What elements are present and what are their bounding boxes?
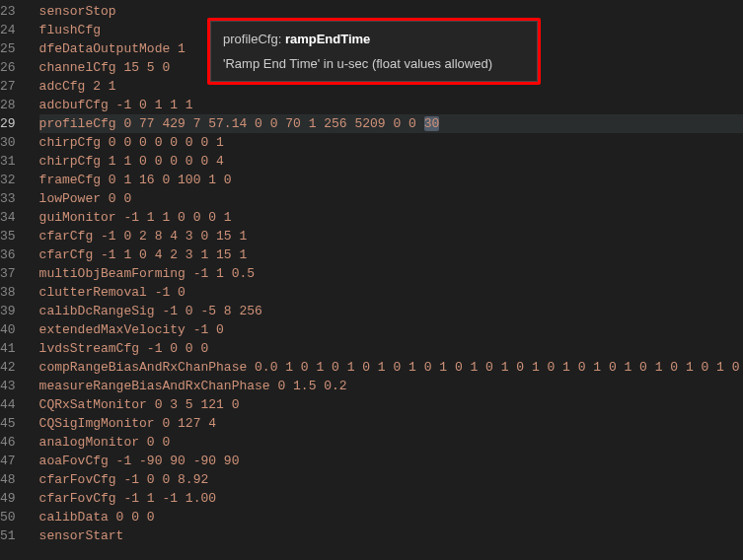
line-number: 24 bbox=[0, 21, 16, 39]
line-number: 28 bbox=[0, 96, 16, 114]
line-number: 51 bbox=[0, 526, 16, 545]
code-line[interactable]: profileCfg 0 77 429 7 57.14 0 0 70 1 256… bbox=[39, 114, 743, 133]
line-number: 31 bbox=[0, 152, 16, 171]
line-number: 45 bbox=[0, 414, 16, 433]
code-line[interactable]: adcbufCfg -1 0 1 1 1 bbox=[39, 96, 743, 114]
line-number: 26 bbox=[0, 58, 16, 77]
line-number: 50 bbox=[0, 508, 16, 526]
code-line[interactable]: calibData 0 0 0 bbox=[39, 508, 743, 526]
line-number: 23 bbox=[0, 2, 16, 21]
tooltip-prefix: profileCfg: bbox=[223, 32, 285, 46]
line-number: 25 bbox=[0, 39, 16, 58]
code-line[interactable]: multiObjBeamForming -1 1 0.5 bbox=[39, 264, 743, 283]
line-number: 46 bbox=[0, 433, 16, 452]
code-line[interactable]: frameCfg 0 1 16 0 100 1 0 bbox=[39, 171, 743, 189]
line-gutter: 2324252627282930313233343536373839404142… bbox=[0, 0, 28, 560]
selection-highlight: 30 bbox=[424, 116, 440, 131]
line-number: 42 bbox=[0, 358, 16, 377]
code-line[interactable]: compRangeBiasAndRxChanPhase 0.0 1 0 1 0 … bbox=[39, 358, 743, 377]
line-number: 29 bbox=[0, 114, 16, 133]
line-number: 48 bbox=[0, 470, 16, 489]
code-line[interactable]: sensorStart bbox=[39, 526, 743, 545]
line-number: 34 bbox=[0, 208, 16, 227]
code-line[interactable]: aoaFovCfg -1 -90 90 -90 90 bbox=[39, 452, 743, 470]
code-line[interactable]: cfarFovCfg -1 1 -1 1.00 bbox=[39, 489, 743, 508]
tooltip-description: 'Ramp End Time' in u-sec (float values a… bbox=[223, 56, 525, 71]
code-line[interactable]: analogMonitor 0 0 bbox=[39, 433, 743, 452]
line-number: 43 bbox=[0, 377, 16, 395]
line-number: 39 bbox=[0, 302, 16, 320]
line-number: 41 bbox=[0, 339, 16, 358]
line-number: 37 bbox=[0, 264, 16, 283]
code-line[interactable]: lowPower 0 0 bbox=[39, 189, 743, 208]
line-number: 32 bbox=[0, 171, 16, 189]
code-line[interactable]: measureRangeBiasAndRxChanPhase 0 1.5 0.2 bbox=[39, 377, 743, 395]
code-line[interactable]: cfarCfg -1 1 0 4 2 3 1 15 1 bbox=[39, 245, 743, 264]
line-number: 44 bbox=[0, 395, 16, 414]
tooltip-param-name: rampEndTime bbox=[285, 32, 370, 46]
code-line[interactable]: guiMonitor -1 1 1 0 0 0 1 bbox=[39, 208, 743, 227]
line-number: 49 bbox=[0, 489, 16, 508]
hover-tooltip: profileCfg: rampEndTime 'Ramp End Time' … bbox=[207, 18, 541, 85]
line-number: 40 bbox=[0, 320, 16, 339]
line-number: 27 bbox=[0, 77, 16, 96]
code-line[interactable]: CQRxSatMonitor 0 3 5 121 0 bbox=[39, 395, 743, 414]
code-line[interactable]: cfarCfg -1 0 2 8 4 3 0 15 1 bbox=[39, 227, 743, 245]
code-line[interactable]: CQSigImgMonitor 0 127 4 bbox=[39, 414, 743, 433]
code-line[interactable]: clutterRemoval -1 0 bbox=[39, 283, 743, 302]
line-number: 30 bbox=[0, 133, 16, 152]
code-line[interactable]: calibDcRangeSig -1 0 -5 8 256 bbox=[39, 302, 743, 320]
code-line[interactable]: chirpCfg 1 1 0 0 0 0 0 4 bbox=[39, 152, 743, 171]
code-line[interactable]: cfarFovCfg -1 0 0 8.92 bbox=[39, 470, 743, 489]
line-number: 36 bbox=[0, 245, 16, 264]
line-number: 47 bbox=[0, 452, 16, 470]
tooltip-title: profileCfg: rampEndTime bbox=[223, 32, 525, 46]
line-number: 38 bbox=[0, 283, 16, 302]
line-number: 35 bbox=[0, 227, 16, 245]
code-line[interactable]: chirpCfg 0 0 0 0 0 0 0 1 bbox=[39, 133, 743, 152]
line-number: 33 bbox=[0, 189, 16, 208]
code-line[interactable]: lvdsStreamCfg -1 0 0 0 bbox=[39, 339, 743, 358]
code-line[interactable]: extendedMaxVelocity -1 0 bbox=[39, 320, 743, 339]
